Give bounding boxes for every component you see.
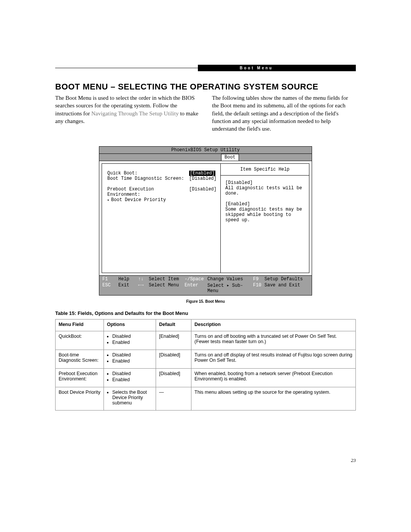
bios-setting-row: Quick Boot:[Enabled] xyxy=(107,171,217,176)
bios-menubar: Boot xyxy=(99,154,312,161)
bios-setting-row: Boot Time Diagnostic Screen:[Disabled] xyxy=(107,176,217,181)
bios-setting-label: Boot Time Diagnostic Screen: xyxy=(107,176,189,181)
table-row: Boot-time Diagnostic Screen:DisabledEnab… xyxy=(56,350,356,369)
key-esc: ESC xyxy=(102,283,118,294)
bios-help-line: [Disabled] xyxy=(225,180,304,185)
cell-description: When enabled, booting from a network ser… xyxy=(191,369,356,387)
bios-help-body: [Disabled]All diagnostic tests will be d… xyxy=(225,180,304,223)
cell-default: [Enabled] xyxy=(156,331,191,350)
cell-menu-field: Boot Device Priority xyxy=(56,387,104,411)
cell-description: Turns on and off booting with a truncate… xyxy=(191,331,356,350)
arrows-v-icon: ↑↓ xyxy=(138,276,149,282)
th-description: Description xyxy=(191,320,356,331)
table-caption: Table 15: Fields, Options and Defaults f… xyxy=(55,310,356,316)
table-row: QuickBoot:DisabledEnabled[Enabled]Turns … xyxy=(56,331,356,350)
th-default: Default xyxy=(156,320,191,331)
table-row: Preboot Execution Environment:DisabledEn… xyxy=(56,369,356,387)
cell-menu-field: Preboot Execution Environment: xyxy=(56,369,104,387)
cell-options: DisabledEnabled xyxy=(104,369,156,387)
cell-menu-field: QuickBoot: xyxy=(56,331,104,350)
bios-help-line: All diagnostic tests will be done. xyxy=(225,185,304,196)
bios-setting-value: [Disabled] xyxy=(189,176,217,181)
th-menu-field: Menu Field xyxy=(56,320,104,331)
key-select-item: Select Item xyxy=(149,276,185,282)
bios-setting-row: Boot Device Priority xyxy=(107,197,217,203)
bios-setting-value: [Enabled] xyxy=(189,171,215,176)
arrows-h-icon: ←→ xyxy=(138,283,149,294)
intro-left: The Boot Menu is used to select the orde… xyxy=(55,94,199,133)
bios-setting-label: Boot Device Priority xyxy=(107,197,189,203)
key-select-menu: Select Menu xyxy=(149,283,185,294)
page-number: 23 xyxy=(351,457,356,463)
key-exit: Exit xyxy=(118,283,138,294)
option-item: Disabled xyxy=(112,334,153,339)
bios-setting-label: Preboot Execution Environment: xyxy=(107,187,189,197)
bios-setting-value: [Disabled] xyxy=(189,187,217,197)
bios-footer: F1 Help ↑↓ Select Item -/Space Change Va… xyxy=(99,275,312,295)
options-table: Menu Field Options Default Description Q… xyxy=(55,319,356,411)
key-space: -/Space xyxy=(185,276,207,282)
cell-default: [Disabled] xyxy=(156,369,191,387)
bios-title: PhoenixBIOS Setup Utility xyxy=(99,147,312,154)
intro-columns: The Boot Menu is used to select the orde… xyxy=(55,94,356,133)
table-row: Boot Device PrioritySelects the Boot Dev… xyxy=(56,387,356,411)
cell-default: [Disabled] xyxy=(156,350,191,369)
key-save-exit: Save and Exit xyxy=(264,283,310,294)
key-change-values: Change Values xyxy=(207,276,253,282)
key-f1: F1 xyxy=(102,276,118,282)
bios-help-title: Item Specific Help xyxy=(221,167,309,176)
nav-link: Navigating Through The Setup Utility xyxy=(91,110,178,117)
bios-help-line xyxy=(225,196,304,201)
option-item: Enabled xyxy=(112,377,153,382)
key-f10: F10 xyxy=(253,283,264,294)
key-setup-defaults: Setup Defaults xyxy=(264,276,310,282)
page-title: BOOT MENU – SELECTING THE OPERATING SYST… xyxy=(55,82,356,92)
bios-settings-panel: Quick Boot:[Enabled]Boot Time Diagnostic… xyxy=(102,163,221,273)
key-help: Help xyxy=(118,276,138,282)
cell-default: — xyxy=(156,387,191,411)
figure-caption: Figure 15. Boot Menu xyxy=(55,299,356,304)
bios-help-panel: Item Specific Help [Disabled]All diagnos… xyxy=(221,163,309,273)
table-header-row: Menu Field Options Default Description xyxy=(56,320,356,331)
th-options: Options xyxy=(104,320,156,331)
key-enter: Enter xyxy=(185,283,207,294)
intro-right: The following tables show the names of t… xyxy=(212,94,356,133)
option-item: Disabled xyxy=(112,371,153,376)
bios-help-line: Some diagnostic tests may be skipped whi… xyxy=(225,207,304,223)
cell-options: DisabledEnabled xyxy=(104,350,156,369)
option-item: Disabled xyxy=(112,352,153,358)
cell-description: Turns on and off display of test results… xyxy=(191,350,356,369)
bios-tab-boot: Boot xyxy=(221,154,239,161)
cell-options: DisabledEnabled xyxy=(104,331,156,350)
cell-menu-field: Boot-time Diagnostic Screen: xyxy=(56,350,104,369)
key-f9: F9 xyxy=(253,276,264,282)
key-select-sub: Select ▸ Sub-Menu xyxy=(207,283,253,294)
bios-help-line: [Enabled] xyxy=(225,201,304,207)
bios-setting-row: Preboot Execution Environment:[Disabled] xyxy=(107,187,217,197)
option-item: Enabled xyxy=(112,340,153,345)
bios-screenshot: PhoenixBIOS Setup Utility Boot Quick Boo… xyxy=(99,146,312,296)
option-item: Enabled xyxy=(112,358,153,364)
cell-description: This menu allows setting up the source f… xyxy=(191,387,356,411)
cell-options: Selects the Boot Device Priority submenu xyxy=(104,387,156,411)
header-tab: Boot Menu xyxy=(198,65,356,71)
option-item: Selects the Boot Device Priority submenu xyxy=(112,390,153,406)
bios-setting-label: Quick Boot: xyxy=(107,171,189,176)
